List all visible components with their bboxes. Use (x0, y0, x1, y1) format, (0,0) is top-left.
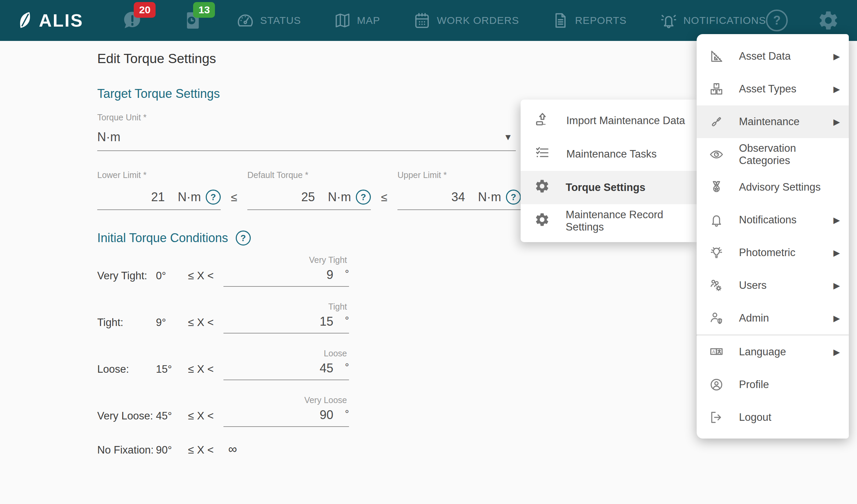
menu-item-asset-data[interactable]: Asset Data ▶ (697, 40, 849, 73)
condition-from-value: 9° (156, 316, 184, 333)
upper-limit-field[interactable]: Upper Limit * 34 N·m ? (397, 170, 521, 210)
bell-icon (709, 212, 724, 227)
chat-badge: 20 (134, 2, 156, 18)
condition-from-value: 15° (156, 363, 184, 380)
default-torque-field[interactable]: Default Torque * 25 N·m ? (247, 170, 371, 210)
menu-item-admin[interactable]: Admin ▶ (697, 302, 849, 335)
menu-item-logout[interactable]: Logout (697, 401, 849, 434)
degree-suffix: ° (333, 268, 349, 282)
upper-limit-input[interactable]: 34 (397, 190, 465, 204)
nav-notifications-label: NOTIFICATIONS (683, 15, 766, 26)
menu-item-label: Photometric (739, 247, 795, 259)
lower-limit-help-icon[interactable]: ? (206, 190, 221, 205)
medal-icon (709, 180, 724, 195)
condition-label: Very Loose: (97, 410, 156, 427)
loose-field-label: Loose (223, 349, 349, 358)
nav-reports[interactable]: REPORTS (552, 12, 626, 29)
pending-tasks-button[interactable]: 13 (181, 8, 203, 33)
default-torque-input[interactable]: 25 (247, 190, 315, 204)
chevron-right-icon: ▶ (833, 281, 840, 291)
menu-item-advisory-settings[interactable]: Advisory Settings (697, 171, 849, 204)
condition-label: Loose: (97, 363, 156, 380)
torque-unit-select[interactable]: Torque Unit * N·m ▼ (97, 113, 516, 151)
very-loose-field[interactable]: Very Loose 90 ° (223, 395, 349, 427)
nav-map[interactable]: MAP (334, 12, 380, 29)
degree-suffix: ° (333, 361, 349, 375)
chevron-right-icon: ▶ (833, 347, 840, 357)
condition-label: Tight: (97, 316, 156, 333)
upload-icon (534, 111, 551, 130)
nav-work-orders[interactable]: WORK ORDERS (413, 11, 519, 30)
lower-limit-input[interactable]: 21 (97, 190, 165, 204)
chevron-right-icon: ▶ (833, 248, 840, 258)
very-tight-field[interactable]: Very Tight 9 ° (223, 255, 349, 287)
degree-suffix: ° (333, 314, 349, 329)
page-title: Edit Torque Settings (97, 51, 521, 66)
initial-torque-help-icon[interactable]: ? (236, 231, 251, 246)
submenu-item-maintenance-record-settings[interactable]: Maintenance Record Settings (521, 204, 697, 238)
default-torque-unit: N·m (328, 190, 351, 204)
chevron-right-icon: ▶ (833, 51, 840, 61)
upper-limit-unit: N·m (478, 190, 501, 204)
lower-limit-field[interactable]: Lower Limit * 21 N·m ? (97, 170, 221, 210)
submenu-item-maintenance-tasks[interactable]: Maintenance Tasks (521, 137, 697, 171)
menu-item-profile[interactable]: Profile (697, 368, 849, 401)
menu-item-label: Notifications (739, 214, 797, 226)
menu-item-label: Advisory Settings (739, 181, 821, 193)
degree-suffix: ° (333, 408, 349, 422)
very-tight-input[interactable]: 9 (223, 268, 333, 282)
nav-status[interactable]: STATUS (236, 11, 301, 30)
svg-text:A: A (712, 349, 715, 354)
menu-item-maintenance[interactable]: Maintenance ▶ (697, 105, 849, 138)
submenu-item-import-maintenance-data[interactable]: Import Maintenance Data (521, 104, 697, 137)
map-icon (334, 12, 351, 29)
very-loose-input[interactable]: 90 (223, 408, 333, 422)
menu-item-users[interactable]: Users ▶ (697, 269, 849, 302)
admin-shield-icon (709, 311, 724, 326)
default-torque-help-icon[interactable]: ? (356, 190, 371, 205)
menu-item-label: Users (739, 279, 767, 292)
eye-icon (709, 147, 724, 162)
menu-item-language[interactable]: A Language ▶ (697, 336, 849, 368)
help-icon[interactable]: ? (766, 10, 788, 31)
app-logo-text: ALIS (39, 10, 83, 31)
screwdriver-icon (709, 114, 724, 129)
condition-from-value: 45° (156, 410, 184, 427)
dropdown-caret-icon: ▼ (504, 132, 512, 143)
default-torque-label: Default Torque * (247, 170, 371, 180)
menu-item-asset-types[interactable]: Asset Types ▶ (697, 73, 849, 105)
very-loose-field-label: Very Loose (223, 395, 349, 405)
condition-operator: ≤ X < (188, 316, 219, 333)
infinity-symbol: ∞ (228, 442, 237, 461)
lte-operator: ≤ (371, 191, 397, 210)
loose-input[interactable]: 45 (223, 361, 333, 375)
report-document-icon (552, 12, 569, 29)
condition-operator: ≤ X < (188, 410, 219, 427)
boxes-icon (709, 81, 724, 97)
nav-notifications[interactable]: NOTIFICATIONS (659, 11, 766, 30)
condition-operator: ≤ X < (188, 444, 219, 461)
bell-ring-icon (659, 11, 678, 30)
lte-operator: ≤ (221, 191, 247, 210)
app-logo[interactable]: ALIS (16, 10, 83, 31)
chevron-right-icon: ▶ (833, 313, 840, 323)
upper-limit-help-icon[interactable]: ? (506, 190, 521, 205)
menu-item-photometric[interactable]: Photometric ▶ (697, 236, 849, 269)
menu-item-notifications[interactable]: Notifications ▶ (697, 204, 849, 236)
tight-field-label: Tight (223, 302, 349, 312)
lower-limit-label: Lower Limit * (97, 170, 221, 180)
torque-unit-value: N·m (97, 130, 504, 144)
condition-row-tight: Tight: 9° ≤ X < Tight 15 ° (97, 302, 521, 333)
menu-item-observation-categories[interactable]: Observation Categories (697, 138, 849, 171)
loose-field[interactable]: Loose 45 ° (223, 349, 349, 380)
chat-messages-button[interactable]: 20 (121, 8, 144, 33)
logout-icon (709, 410, 724, 425)
settings-gear-icon[interactable] (817, 9, 840, 32)
menu-item-label: Asset Data (739, 50, 791, 62)
condition-operator: ≤ X < (188, 363, 219, 380)
condition-row-loose: Loose: 15° ≤ X < Loose 45 ° (97, 349, 521, 380)
torque-limits-row: Lower Limit * 21 N·m ? ≤ Default Torque … (97, 170, 521, 210)
tight-input[interactable]: 15 (223, 314, 333, 329)
tight-field[interactable]: Tight 15 ° (223, 302, 349, 333)
submenu-item-torque-settings[interactable]: Torque Settings (521, 171, 697, 204)
